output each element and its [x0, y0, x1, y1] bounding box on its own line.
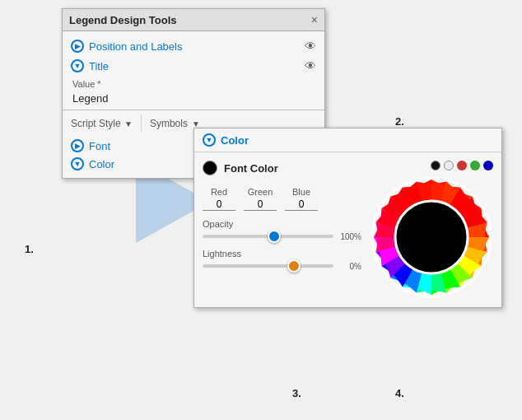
rgb-row: Red Green Blue: [203, 187, 361, 211]
dropdown-divider: [141, 115, 142, 132]
lightness-labels: Lightness: [203, 249, 361, 259]
annotation-3: 3.: [292, 387, 301, 399]
red-label: Red: [211, 187, 227, 197]
lightness-section: Lightness 0%: [203, 249, 361, 272]
preset-black[interactable]: [431, 161, 440, 170]
lightness-label: Lightness: [203, 249, 241, 259]
symbols-arrow-icon: ▼: [192, 119, 200, 128]
green-field: Green: [244, 187, 277, 211]
blue-field: Blue: [285, 187, 318, 211]
opacity-section: Opacity 100%: [203, 219, 361, 242]
value-label: Value *: [63, 76, 324, 91]
position-labels-eye-icon[interactable]: 👁: [305, 40, 316, 53]
position-labels-chevron-icon: ▶: [71, 40, 84, 53]
script-style-arrow-icon: ▼: [124, 119, 133, 128]
symbols-select[interactable]: Symbols: [150, 118, 189, 129]
opacity-slider-row: 100%: [203, 231, 361, 242]
color-wheel[interactable]: [370, 175, 493, 299]
lightness-slider-row: 0%: [203, 260, 361, 272]
font-chevron-icon: ▶: [71, 139, 84, 152]
color-panel-title: Color: [221, 134, 249, 147]
lightness-slider-track: [203, 264, 333, 268]
color-panel: ▼ Color Font Color Red Green: [193, 128, 502, 308]
red-field: Red: [203, 187, 235, 211]
annotation-1: 1.: [25, 243, 34, 255]
font-color-row: Font Color: [203, 161, 361, 175]
position-labels-row[interactable]: ▶ Position and Labels 👁: [63, 36, 324, 56]
title-left: ▼ Title: [71, 59, 109, 72]
title-row[interactable]: ▼ Title 👁: [63, 56, 324, 76]
value-input-row: [63, 91, 324, 110]
panel-titlebar: Legend Design Tools ×: [63, 9, 324, 31]
color-wheel-section: [370, 161, 493, 299]
preset-green[interactable]: [470, 161, 480, 170]
preset-red[interactable]: [457, 161, 467, 170]
position-labels-label: Position and Labels: [89, 40, 182, 53]
lightness-value: 0%: [338, 262, 361, 271]
font-color-swatch[interactable]: [203, 161, 217, 175]
green-label: Green: [248, 187, 273, 197]
color-wheel-svg[interactable]: [370, 175, 493, 299]
title-label: Title: [89, 60, 109, 72]
color-panel-header: ▼ Color: [194, 128, 501, 152]
script-style-select[interactable]: Script Style: [71, 118, 121, 129]
blue-label: Blue: [292, 187, 310, 197]
font-color-label: Font Color: [224, 162, 278, 175]
color-panel-body: Font Color Red Green Blue: [194, 152, 501, 307]
color-panel-chevron-icon: ▼: [203, 133, 216, 147]
preset-white[interactable]: [444, 161, 454, 170]
title-chevron-icon: ▼: [71, 59, 84, 72]
opacity-label: Opacity: [203, 219, 233, 229]
opacity-slider-thumb[interactable]: [268, 230, 281, 243]
close-button[interactable]: ×: [311, 13, 318, 26]
green-input[interactable]: [244, 198, 277, 211]
color-chevron-icon: ▼: [71, 157, 84, 170]
title-eye-icon[interactable]: 👁: [305, 59, 316, 72]
preset-blue[interactable]: [483, 161, 493, 170]
color-presets: [370, 161, 493, 170]
opacity-slider-container[interactable]: [203, 231, 333, 242]
lightness-slider-thumb[interactable]: [287, 259, 301, 273]
red-input[interactable]: [203, 198, 235, 211]
panel-title: Legend Design Tools: [69, 14, 177, 26]
opacity-value: 100%: [338, 232, 361, 241]
color-left-section: Font Color Red Green Blue: [203, 161, 361, 299]
color-label: Color: [89, 158, 114, 170]
position-labels-left: ▶ Position and Labels: [71, 40, 182, 53]
lightness-slider-container[interactable]: [203, 260, 333, 272]
font-label: Font: [89, 140, 110, 152]
annotation-2: 2.: [395, 115, 404, 128]
value-input[interactable]: [72, 92, 315, 105]
annotation-4: 4.: [395, 387, 404, 399]
opacity-labels: Opacity: [203, 219, 361, 229]
blue-input[interactable]: [285, 198, 318, 211]
